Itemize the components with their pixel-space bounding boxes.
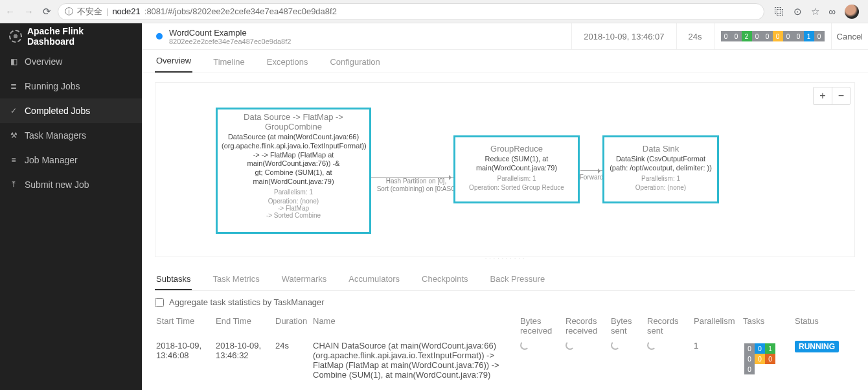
url-rest: :8081/#/jobs/8202ee2e2cefe34e7ea487ec0e9… bbox=[144, 6, 337, 16]
graph-node-source[interactable]: Data Source -> FlatMap -> GroupCombine D… bbox=[216, 108, 371, 234]
bookmark-icon[interactable]: ☆ bbox=[811, 6, 819, 17]
job-status-counts: 0 0 2 0 0 0 0 0 1 0 bbox=[714, 23, 831, 49]
th-duration[interactable]: Duration bbox=[274, 314, 312, 338]
subtab-task-metrics[interactable]: Task Metrics bbox=[211, 269, 260, 290]
node-title: GroupReduce bbox=[459, 144, 574, 154]
info-icon: ⓘ bbox=[65, 6, 73, 17]
node-operation: Operation: (none) -> FlatMap -> Sorted C… bbox=[222, 198, 365, 219]
th-end[interactable]: End Time bbox=[214, 314, 274, 338]
th-tasks[interactable]: Tasks bbox=[742, 314, 794, 338]
cell-tasks: 0 0 1 0 0 0 0 bbox=[742, 338, 794, 382]
count-box: 0 bbox=[762, 31, 773, 41]
cell-end: 2018-10-09, 13:46:32 bbox=[214, 338, 274, 382]
upload-icon: ⤒ bbox=[9, 180, 18, 189]
back-icon[interactable]: ← bbox=[5, 6, 15, 17]
profile-avatar[interactable] bbox=[845, 5, 859, 19]
spinner-icon bbox=[520, 341, 529, 350]
cell-duration: 24s bbox=[274, 338, 312, 382]
node-parallelism: Parallelism: 1 bbox=[459, 175, 574, 182]
th-bytes-sent[interactable]: Bytes sent bbox=[610, 314, 646, 338]
insecure-label: 不安全 bbox=[77, 6, 102, 17]
th-status[interactable]: Status bbox=[794, 314, 840, 338]
reload-icon[interactable]: ⟳ bbox=[43, 6, 51, 17]
sidebar-item-submit-job[interactable]: ⤒Submit new Job bbox=[0, 172, 142, 197]
graph-node-sink[interactable]: Data Sink DataSink (CsvOutputFormat (pat… bbox=[602, 135, 719, 203]
th-recs-sent[interactable]: Records sent bbox=[646, 314, 692, 338]
count-box: 0 bbox=[773, 31, 783, 41]
sitemap-icon: ⚒ bbox=[9, 131, 18, 140]
job-name: WordCount Example bbox=[169, 28, 291, 38]
subtask-table: Start Time End Time Duration Name Bytes … bbox=[155, 314, 855, 382]
cell-status: RUNNING bbox=[794, 338, 840, 382]
count-box: 0 bbox=[794, 31, 804, 41]
job-tabs: Overview Timeline Exceptions Configurati… bbox=[142, 50, 868, 73]
check-icon: ✓ bbox=[9, 106, 18, 115]
tab-exceptions[interactable]: Exceptions bbox=[266, 51, 310, 73]
address-bar[interactable]: ⓘ 不安全 | node21:8081/#/jobs/8202ee2e2cefe… bbox=[58, 3, 764, 20]
aggregate-checkbox[interactable] bbox=[155, 298, 164, 307]
sidebar-item-job-manager[interactable]: ≡Job Manager bbox=[0, 148, 142, 172]
sidebar: Apache Flink Dashboard ◧Overview ≣Runnin… bbox=[0, 23, 142, 390]
status-badge: RUNNING bbox=[795, 341, 839, 352]
cancel-button[interactable]: Cancel bbox=[831, 23, 868, 49]
node-title: Data Source -> FlatMap -> GroupCombine bbox=[222, 112, 365, 132]
zoom-out-button[interactable]: − bbox=[832, 87, 850, 104]
zoom-icon[interactable]: ⊙ bbox=[794, 6, 802, 17]
count-box: 2 bbox=[742, 31, 752, 41]
url-host: node21 bbox=[112, 6, 140, 16]
brand-title: Apache Flink Dashboard bbox=[27, 26, 133, 47]
subtab-back-pressure[interactable]: Back Pressure bbox=[489, 269, 547, 290]
th-recs-recv[interactable]: Records received bbox=[564, 314, 610, 338]
tab-timeline[interactable]: Timeline bbox=[212, 51, 246, 73]
node-title: Data Sink bbox=[608, 144, 713, 154]
th-parallelism[interactable]: Parallelism bbox=[692, 314, 742, 338]
sidebar-item-running-jobs[interactable]: ≣Running Jobs bbox=[0, 74, 142, 98]
edge-label: Hash Partition on [0], Sort (combining) … bbox=[376, 178, 457, 193]
th-start[interactable]: Start Time bbox=[155, 314, 214, 338]
graph-edge bbox=[580, 170, 602, 171]
count-box: 1 bbox=[804, 31, 814, 41]
cell-recs-recv bbox=[564, 338, 610, 382]
resize-handle-icon[interactable]: · · · · · · · · · · bbox=[485, 255, 525, 261]
sidebar-item-overview[interactable]: ◧Overview bbox=[0, 49, 142, 74]
graph-node-reduce[interactable]: GroupReduce Reduce (SUM(1), at main(Word… bbox=[453, 135, 580, 203]
cell-name: CHAIN DataSource (at main(WordCount.java… bbox=[312, 338, 519, 382]
subtab-accumulators[interactable]: Accumulators bbox=[347, 269, 401, 290]
tab-configuration[interactable]: Configuration bbox=[328, 51, 381, 73]
sidebar-item-task-managers[interactable]: ⚒Task Managers bbox=[0, 123, 142, 148]
list-icon: ≣ bbox=[9, 82, 18, 91]
dashboard-icon: ◧ bbox=[9, 57, 18, 66]
tab-overview[interactable]: Overview bbox=[155, 50, 192, 73]
vertex-tabs: Subtasks Task Metrics Watermarks Accumul… bbox=[155, 269, 855, 291]
subtab-checkpoints[interactable]: Checkpoints bbox=[420, 269, 470, 290]
flink-logo-icon bbox=[9, 30, 22, 43]
subtab-watermarks[interactable]: Watermarks bbox=[280, 269, 328, 290]
cell-bytes-sent bbox=[610, 338, 646, 382]
job-graph[interactable]: + − Data Source -> FlatMap -> GroupCombi… bbox=[155, 82, 855, 257]
count-box: 0 bbox=[752, 31, 762, 41]
spinner-icon bbox=[647, 341, 656, 350]
browser-chrome: ← → ⟳ ⓘ 不安全 | node21:8081/#/jobs/8202ee2… bbox=[0, 0, 868, 23]
extension-icon[interactable]: ∞ bbox=[828, 6, 836, 17]
subtab-subtasks[interactable]: Subtasks bbox=[155, 269, 192, 290]
spinner-icon bbox=[611, 341, 620, 350]
sidebar-item-completed-jobs[interactable]: ✓Completed Jobs bbox=[0, 98, 142, 123]
main-content: WordCount Example 8202ee2e2cefe34e7ea487… bbox=[142, 23, 868, 390]
cell-parallelism: 1 bbox=[692, 338, 742, 382]
spinner-icon bbox=[565, 341, 575, 350]
job-start-time: 2018-10-09, 13:46:07 bbox=[571, 23, 676, 49]
th-bytes-recv[interactable]: Bytes received bbox=[519, 314, 564, 338]
node-parallelism: Parallelism: 1 bbox=[222, 189, 365, 196]
node-body: Reduce (SUM(1), at main(WordCount.java:7… bbox=[459, 155, 574, 173]
count-box: 0 bbox=[814, 31, 825, 41]
zoom-in-button[interactable]: + bbox=[814, 87, 832, 104]
translate-icon[interactable]: ⿻ bbox=[775, 6, 784, 17]
brand[interactable]: Apache Flink Dashboard bbox=[0, 23, 142, 49]
cell-recs-sent bbox=[646, 338, 692, 382]
table-row[interactable]: 2018-10-09, 13:46:08 2018-10-09, 13:46:3… bbox=[155, 338, 855, 382]
th-name[interactable]: Name bbox=[312, 314, 519, 338]
server-icon: ≡ bbox=[9, 155, 18, 165]
forward-icon[interactable]: → bbox=[24, 6, 34, 17]
job-id: 8202ee2e2cefe34e7ea487ec0e9da8f2 bbox=[169, 38, 291, 45]
job-duration: 24s bbox=[676, 23, 714, 49]
